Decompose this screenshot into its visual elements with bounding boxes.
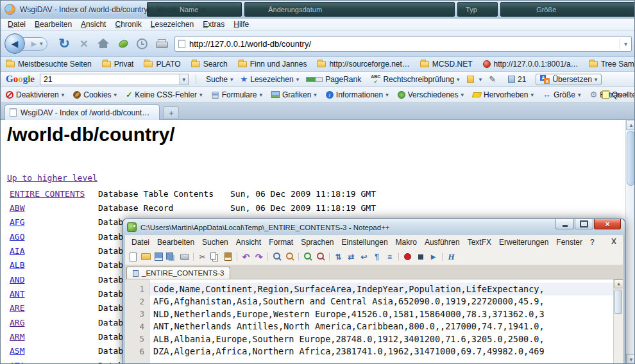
google-toolbar-button[interactable]: 21: [508, 75, 529, 84]
zoom-in-icon[interactable]: [302, 251, 313, 262]
scroll-up-icon[interactable]: ▲: [626, 120, 635, 130]
code-line[interactable]: NLD,Netherlands,Europe,Western Europe,41…: [149, 308, 613, 320]
google-logo[interactable]: Google: [6, 74, 35, 85]
menu-item[interactable]: Erweiterungen: [495, 238, 552, 247]
new-file-icon[interactable]: [128, 251, 139, 262]
devtoolbar-button[interactable]: Informationen ▾: [326, 90, 389, 99]
new-tab-button[interactable]: +: [164, 106, 179, 119]
record-macro-icon[interactable]: [402, 251, 413, 262]
sep[interactable]: [442, 252, 443, 261]
refresh-icon[interactable]: [56, 36, 72, 51]
save-icon[interactable]: [153, 251, 164, 262]
editor-scrollbar[interactable]: ▲: [613, 279, 623, 364]
copy-icon[interactable]: [210, 251, 221, 262]
close-icon[interactable]: [594, 219, 621, 229]
back-icon[interactable]: [4, 33, 25, 54]
bookmark-item[interactable]: http://127.0.0.1:8001/a…: [483, 60, 579, 69]
sep[interactable]: [267, 252, 268, 261]
code-line[interactable]: DZA,Algeria,Africa,Northern Africa,23817…: [149, 345, 613, 358]
google-toolbar-button[interactable]: [489, 74, 501, 84]
notepad-plus-plus-window[interactable]: C:\Users\Martin\AppData\Local\Temp\_ENTI…: [123, 219, 625, 364]
scrollbar-thumb[interactable]: [614, 290, 622, 314]
menu-item[interactable]: Ausführen: [421, 238, 464, 247]
menu-item[interactable]: Bearbeiten: [153, 238, 198, 247]
menu-item[interactable]: TextFX: [464, 238, 495, 247]
url-dropdown-icon[interactable]: ▾: [620, 38, 629, 49]
bookmark-item[interactable]: Privat: [102, 60, 134, 69]
sync-v-icon[interactable]: [333, 251, 344, 262]
bookmark-item[interactable]: MCSD.NET: [420, 60, 473, 69]
code-line[interactable]: ALB,Albania,Europe,Southern Europe,28748…: [149, 333, 613, 345]
bookmark-item[interactable]: Meistbesuchte Seiten: [6, 60, 92, 69]
devtoolbar-button[interactable]: Hervorheben ▾: [473, 90, 534, 99]
code-line[interactable]: ANT,Netherlands Antilles,North America,C…: [149, 320, 613, 333]
replace-icon[interactable]: [284, 251, 295, 262]
minimize-icon[interactable]: [555, 219, 574, 229]
entry-link[interactable]: ENTIRE CONTENTS: [10, 189, 98, 199]
menu-item[interactable]: Ansicht: [76, 20, 110, 29]
undo-icon[interactable]: [241, 251, 251, 262]
sep[interactable]: [298, 252, 299, 261]
notepad-doc-close-button[interactable]: X: [611, 237, 616, 246]
sep[interactable]: [237, 252, 237, 261]
menu-item[interactable]: Format: [265, 238, 297, 247]
entry-link[interactable]: ANT: [10, 289, 98, 299]
open-folder-icon[interactable]: [140, 251, 151, 262]
google-toolbar-button[interactable]: Suche ▾: [203, 75, 233, 84]
scroll-up-icon[interactable]: ▲: [614, 279, 623, 288]
menu-item[interactable]: Einstellungen: [338, 238, 392, 247]
entry-link[interactable]: AFG: [10, 217, 98, 227]
devtoolbar-button[interactable]: Keine CSS-Fehler ▾: [126, 90, 202, 99]
save-all-icon[interactable]: [166, 251, 177, 262]
menu-item[interactable]: Fenster: [552, 238, 586, 247]
play-macro-icon[interactable]: [428, 251, 439, 262]
show-symbols-icon[interactable]: [371, 251, 382, 262]
indent-guide-icon[interactable]: [384, 251, 395, 262]
code-line[interactable]: AFG,Afghanistan,Asia,Southern and Centra…: [149, 295, 613, 308]
entry-link[interactable]: AIA: [10, 246, 98, 256]
ff-print-icon[interactable]: [156, 39, 167, 48]
google-toolbar-button[interactable]: Übersetzen ▾: [536, 74, 602, 85]
home-icon[interactable]: [96, 37, 110, 51]
feed-icon[interactable]: [117, 38, 129, 49]
devtoolbar-button[interactable]: Deaktivieren ▾: [6, 90, 64, 99]
code-line[interactable]: Code,Name,Continent,Region,SurfaceArea,I…: [149, 283, 613, 295]
menu-item[interactable]: Suchen: [198, 238, 232, 247]
menu-item[interactable]: Datei: [128, 238, 153, 247]
google-toolbar-button[interactable]: Lesezeichen ▾: [241, 74, 300, 84]
bookmark-item[interactable]: http://sourceforge.net…: [317, 60, 409, 69]
entry-link[interactable]: AND: [10, 275, 98, 285]
entry-link[interactable]: ARE: [10, 303, 98, 313]
entry-link[interactable]: ARG: [10, 318, 98, 327]
devtoolbar-button[interactable]: Formulare ▾: [211, 90, 262, 99]
devtoolbar-button[interactable]: Quelltext: [602, 90, 635, 99]
entry-link[interactable]: ALB: [10, 260, 98, 270]
bookmark-item[interactable]: Finn und Jannes: [238, 60, 307, 69]
menu-item[interactable]: Chronik: [110, 20, 146, 29]
print-icon[interactable]: [179, 251, 190, 262]
word-wrap-icon[interactable]: [359, 251, 369, 262]
google-toolbar-button[interactable]: Rechtschreibprüfung ▾: [371, 74, 459, 85]
google-toolbar-button[interactable]: PageRank: [306, 75, 364, 84]
document-tab[interactable]: _ENTIRE_CONTENTS-3: [126, 267, 230, 279]
entry-link[interactable]: ATA: [10, 361, 98, 364]
notepad-titlebar[interactable]: C:\Users\Martin\AppData\Local\Temp\_ENTI…: [123, 219, 625, 235]
redo-icon[interactable]: [253, 251, 264, 262]
google-toolbar-button[interactable]: ▾: [467, 76, 482, 83]
devtoolbar-button[interactable]: Größe ▾: [543, 90, 581, 99]
sep[interactable]: [193, 252, 194, 261]
entry-link[interactable]: ARM: [10, 332, 98, 342]
google-search-field[interactable]: ▾: [40, 74, 189, 85]
editor-area[interactable]: 1 2 3 4 5 6 Code,Name,Continent,Region,S…: [125, 279, 623, 364]
devtoolbar-button[interactable]: Grafiken ▾: [271, 90, 317, 99]
bookmark-item[interactable]: Search: [191, 60, 228, 69]
zoom-out-icon[interactable]: [315, 251, 326, 262]
cut-icon[interactable]: [197, 251, 208, 262]
paste-icon[interactable]: [223, 251, 233, 262]
menu-item[interactable]: Ansicht: [232, 238, 265, 247]
tab-wsgidav[interactable]: WsgiDAV - Index of /world-db/count…: [4, 104, 160, 120]
sep[interactable]: [329, 252, 330, 261]
menu-item[interactable]: Bearbeiten: [30, 20, 76, 29]
html-icon[interactable]: [446, 251, 457, 262]
entry-link[interactable]: ASM: [10, 346, 98, 356]
